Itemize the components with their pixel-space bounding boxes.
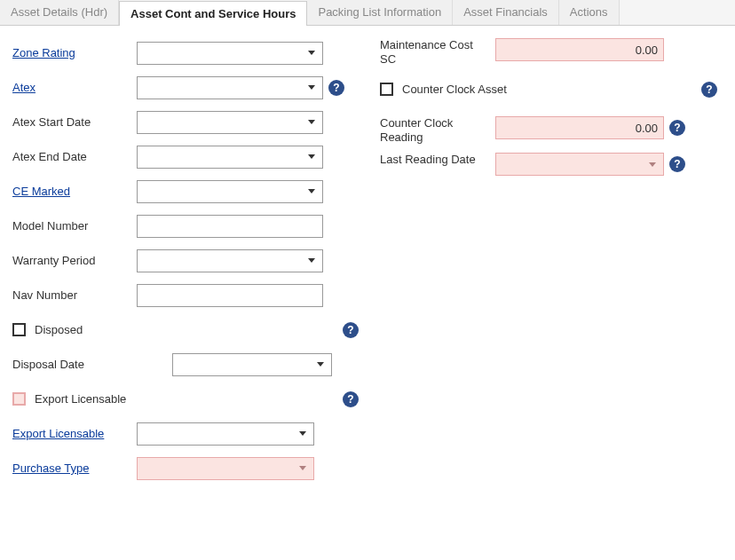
chevron-down-icon xyxy=(308,120,315,124)
tab-content: Zone Rating Atex ? Atex Start Date Atex … xyxy=(0,26,735,501)
left-column: Zone Rating Atex ? Atex Start Date Atex … xyxy=(12,38,359,488)
tab-packing-list[interactable]: Packing List Information xyxy=(307,0,453,25)
help-icon[interactable]: ? xyxy=(328,80,344,96)
atex-combo[interactable] xyxy=(137,76,323,99)
ce-marked-label[interactable]: CE Marked xyxy=(12,185,137,198)
atex-start-date[interactable] xyxy=(137,111,323,134)
chevron-down-icon xyxy=(308,51,315,55)
chevron-down-icon xyxy=(308,154,315,159)
chevron-down-icon xyxy=(308,85,315,90)
zone-rating-label[interactable]: Zone Rating xyxy=(12,46,137,59)
export-licensable-chk-label: Export Licensable xyxy=(35,392,126,406)
maintenance-cost-label: Maintenance Cost SC xyxy=(380,38,495,66)
help-icon[interactable]: ? xyxy=(343,322,359,338)
counter-clock-asset-checkbox[interactable] xyxy=(380,83,393,96)
atex-start-label: Atex Start Date xyxy=(12,115,137,129)
disposed-checkbox[interactable] xyxy=(12,323,26,336)
help-icon[interactable]: ? xyxy=(343,391,359,407)
help-icon[interactable]: ? xyxy=(701,82,717,98)
export-licensable-label[interactable]: Export Licensable xyxy=(12,427,137,440)
maintenance-cost-field[interactable]: 0.00 xyxy=(495,38,664,61)
zone-rating-combo[interactable] xyxy=(137,42,323,65)
help-icon[interactable]: ? xyxy=(669,156,685,172)
purchase-type-label[interactable]: Purchase Type xyxy=(12,461,137,475)
tab-asset-details[interactable]: Asset Details (Hdr) xyxy=(0,0,119,25)
warranty-period-combo[interactable] xyxy=(137,249,323,272)
tab-asset-cont[interactable]: Asset Cont and Service Hours xyxy=(119,1,307,26)
disposed-label: Disposed xyxy=(35,323,83,336)
tab-asset-financials[interactable]: Asset Financials xyxy=(453,0,559,25)
counter-clock-reading-label: Counter Clock Reading xyxy=(380,116,495,144)
chevron-down-icon xyxy=(317,362,324,367)
last-reading-date-label: Last Reading Date xyxy=(380,153,495,167)
disposal-date-label: Disposal Date xyxy=(12,358,137,371)
chevron-down-icon xyxy=(649,162,656,167)
ce-marked-combo[interactable] xyxy=(137,180,323,203)
purchase-type-combo[interactable] xyxy=(137,457,314,480)
nav-number-input[interactable] xyxy=(137,284,323,307)
tab-bar: Asset Details (Hdr) Asset Cont and Servi… xyxy=(0,0,735,26)
model-number-input[interactable] xyxy=(137,215,323,238)
help-icon[interactable]: ? xyxy=(669,120,685,136)
tab-actions[interactable]: Actions xyxy=(559,0,620,25)
right-column: Maintenance Cost SC 0.00 Counter Clock A… xyxy=(380,38,717,488)
chevron-down-icon xyxy=(308,258,315,263)
model-number-label: Model Number xyxy=(12,219,137,233)
chevron-down-icon xyxy=(299,431,306,436)
atex-end-label: Atex End Date xyxy=(12,150,137,163)
last-reading-date-combo[interactable] xyxy=(495,153,664,176)
export-licensable-combo[interactable] xyxy=(137,422,314,446)
counter-clock-asset-label: Counter Clock Asset xyxy=(402,83,507,96)
warranty-period-label: Warranty Period xyxy=(12,254,137,267)
chevron-down-icon xyxy=(308,189,315,193)
export-licensable-checkbox[interactable] xyxy=(12,392,26,406)
chevron-down-icon xyxy=(299,466,306,470)
disposal-date-combo[interactable] xyxy=(172,353,332,376)
atex-label[interactable]: Atex xyxy=(12,81,137,94)
counter-clock-reading-field[interactable]: 0.00 xyxy=(495,116,664,139)
atex-end-date[interactable] xyxy=(137,146,323,169)
nav-number-label: Nav Number xyxy=(12,288,137,302)
